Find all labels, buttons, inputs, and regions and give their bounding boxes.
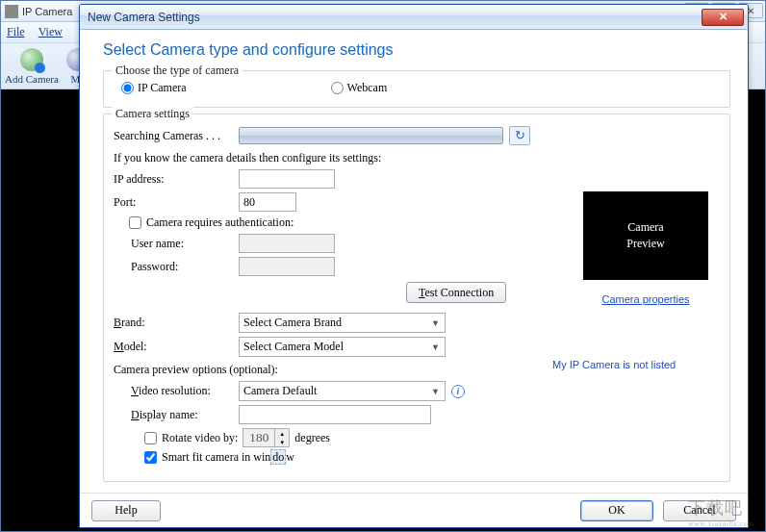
smartfit-label: Smart fit camera in window [162, 450, 294, 465]
video-res-label: Video resolution: [114, 384, 239, 398]
model-combo[interactable]: Select Camera Model ▼ [239, 337, 446, 357]
camera-preview: Camera Preview [583, 191, 708, 280]
chevron-down-icon: ▼ [428, 384, 443, 398]
new-camera-dialog: New Camera Settings ✕ Select Camera type… [79, 4, 749, 528]
rotate-label-post: degrees [294, 431, 330, 445]
dialog-heading: Select Camera type and configure setting… [103, 41, 730, 59]
spin-down[interactable]: ▼ [275, 438, 289, 446]
password-input[interactable] [239, 257, 335, 276]
ip-address-input[interactable] [239, 169, 335, 189]
rotate-checkbox[interactable] [144, 432, 157, 444]
test-connection-button[interactable]: Test Connection [406, 282, 506, 303]
refresh-search-button[interactable]: ↻ [509, 126, 530, 145]
port-input[interactable] [239, 192, 296, 212]
dialog-title: New Camera Settings [88, 11, 200, 24]
add-camera-icon [20, 48, 43, 71]
know-details-text: If you know the camera details then conf… [114, 151, 720, 165]
menu-view[interactable]: View [38, 25, 63, 39]
radio-webcam[interactable]: Webcam [331, 81, 388, 95]
chevron-down-icon: ▼ [428, 316, 443, 330]
username-label: User name: [114, 237, 239, 251]
display-name-input[interactable] [239, 405, 431, 424]
radio-ip-camera[interactable]: IP Camera [121, 81, 187, 95]
add-camera-button[interactable]: Add Camera [5, 48, 59, 85]
main-title: IP Camera [22, 6, 72, 17]
radio-ip-input[interactable] [121, 82, 134, 94]
rotate-label-pre: Rotate video by: [162, 431, 238, 445]
dialog-footer: Help OK Cancel [80, 493, 748, 527]
dialog-body: Select Camera type and configure setting… [80, 30, 748, 493]
rotate-input[interactable] [243, 428, 275, 447]
right-panel: Camera Preview Camera properties [583, 191, 708, 305]
username-input[interactable] [239, 234, 335, 253]
rotate-spinner[interactable]: ▲▼ [243, 428, 290, 447]
camera-properties-link[interactable]: Camera properties [583, 293, 708, 305]
ip-label: IP address: [114, 172, 239, 187]
app-icon [5, 5, 18, 18]
password-label: Password: [114, 260, 239, 274]
menu-file[interactable]: File [7, 25, 25, 39]
help-button[interactable]: Help [91, 500, 161, 521]
brand-combo[interactable]: Select Camera Brand ▼ [239, 313, 446, 333]
chevron-down-icon: ▼ [428, 340, 443, 354]
radio-webcam-input[interactable] [331, 82, 344, 94]
camera-settings-legend: Camera settings [112, 107, 193, 121]
ok-button[interactable]: OK [580, 500, 653, 521]
model-label: Model: [114, 340, 239, 354]
auth-checkbox[interactable] [129, 216, 141, 229]
search-progress [239, 127, 503, 144]
not-listed-link[interactable]: My IP Camera is not listed [552, 359, 726, 370]
port-label: Port: [114, 195, 239, 210]
dialog-close-button[interactable]: ✕ [702, 9, 744, 26]
dialog-titlebar: New Camera Settings ✕ [80, 5, 748, 30]
video-res-combo[interactable]: Camera Default ▼ [239, 381, 446, 401]
camera-type-legend: Choose the type of camera [112, 63, 243, 78]
smartfit-checkbox[interactable] [144, 451, 157, 464]
camera-type-group: Choose the type of camera IP Camera Webc… [103, 70, 730, 108]
cancel-button[interactable]: Cancel [663, 500, 736, 521]
auth-label: Camera requires authentication: [146, 215, 294, 230]
spin-up[interactable]: ▲ [275, 429, 289, 438]
info-icon[interactable]: i [451, 385, 465, 398]
camera-settings-group: Camera settings Searching Cameras . . . … [103, 114, 730, 482]
brand-label: Brand: [114, 316, 239, 330]
display-name-label: Display name: [114, 408, 239, 422]
searching-label: Searching Cameras . . . [114, 129, 239, 143]
